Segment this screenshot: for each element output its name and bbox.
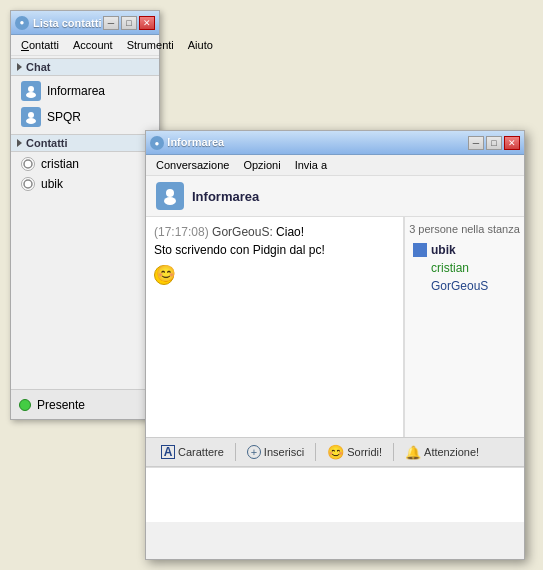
participant-ubik-name: ubik: [431, 243, 456, 257]
chat-toolbar: A Carattere + Inserisci 😊 Sorridi! 🔔 Att…: [146, 437, 524, 467]
titlebar-left: ● Lista contatti: [15, 16, 101, 30]
sorridi-icon: 😊: [327, 444, 344, 460]
message-1: (17:17:08) GorGeouS: Ciao!: [154, 225, 391, 239]
contact-menubar: Contatti Account Strumenti Aiuto: [11, 35, 159, 56]
status-label: Presente: [37, 398, 85, 412]
attenzione-icon: 🔔: [405, 445, 421, 460]
chat-contact-name: Informarea: [192, 189, 259, 204]
chat-window-title: Informarea: [167, 136, 224, 148]
close-button[interactable]: ✕: [139, 16, 155, 30]
inserisci-button[interactable]: + Inserisci: [240, 442, 311, 462]
contatti-list: cristian ubik: [11, 152, 159, 196]
msg-time-1: (17:17:08): [154, 225, 209, 239]
sorridi-label: Sorridi!: [347, 446, 382, 458]
svg-point-1: [26, 92, 36, 98]
inserisci-label: Inserisci: [264, 446, 304, 458]
attenzione-button[interactable]: 🔔 Attenzione!: [398, 442, 486, 463]
chat-contact-avatar: [156, 182, 184, 210]
informarea-avatar: [21, 81, 41, 101]
svg-point-4: [24, 160, 32, 168]
contact-list-window: ● Lista contatti ─ □ ✕ Contatti Account …: [10, 10, 160, 420]
menu-aiuto[interactable]: Aiuto: [182, 37, 219, 53]
svg-point-6: [166, 189, 174, 197]
room-info: 3 persone nella stanza: [409, 223, 520, 235]
svg-point-0: [28, 86, 34, 92]
svg-point-2: [28, 112, 34, 118]
chat-window-controls: ─ □ ✕: [468, 136, 520, 150]
participant-cristian[interactable]: cristian: [409, 259, 520, 277]
chat-item-spqr-label: SPQR: [47, 110, 81, 124]
menu-conversazione[interactable]: Conversazione: [150, 157, 235, 173]
chat-body: (17:17:08) GorGeouS: Ciao! Sto scrivendo…: [146, 217, 524, 437]
carattere-button[interactable]: A Carattere: [154, 442, 231, 462]
contact-titlebar: ● Lista contatti ─ □ ✕: [11, 11, 159, 35]
cristian-status: [21, 157, 35, 171]
cristian-label: cristian: [41, 157, 79, 171]
status-indicator: [19, 399, 31, 411]
ubik-participant-icon: [413, 243, 427, 257]
inserisci-icon: +: [247, 445, 261, 459]
contact-status-bar: Presente: [11, 389, 159, 419]
msg-text-2: Sto scrivendo con Pidgin dal pc!: [154, 243, 325, 257]
ubik-status: [21, 177, 35, 191]
chat-messages-scroll[interactable]: (17:17:08) GorGeouS: Ciao! Sto scrivendo…: [154, 225, 395, 429]
contact-window-title: Lista contatti: [33, 17, 101, 29]
chat-titlebar-left: ● Informarea: [150, 135, 224, 151]
participant-gorgeous[interactable]: GorGeouS: [409, 277, 520, 295]
chat-minimize-button[interactable]: ─: [468, 136, 484, 150]
maximize-button[interactable]: □: [121, 16, 137, 30]
emoji-smiley: [154, 265, 174, 285]
spqr-avatar: [21, 107, 41, 127]
sorridi-button[interactable]: 😊 Sorridi!: [320, 441, 389, 463]
contact-window-controls: ─ □ ✕: [103, 16, 155, 30]
ubik-label: ubik: [41, 177, 63, 191]
minimize-button[interactable]: ─: [103, 16, 119, 30]
carattere-label: Carattere: [178, 446, 224, 458]
section-triangle: [17, 63, 22, 71]
contatti-section-label: Contatti: [26, 137, 68, 149]
toolbar-sep-3: [393, 443, 394, 461]
chat-input[interactable]: [154, 472, 516, 512]
message-2: Sto scrivendo con Pidgin dal pc!: [154, 243, 391, 285]
chat-contact-header: Informarea: [146, 176, 524, 217]
carattere-icon: A: [161, 445, 175, 459]
app-icon: ●: [15, 16, 29, 30]
menu-invia-a[interactable]: Invia a: [289, 157, 333, 173]
chat-close-button[interactable]: ✕: [504, 136, 520, 150]
contatti-triangle: [17, 139, 22, 147]
msg-sender-1: GorGeouS:: [212, 225, 273, 239]
menu-contatti[interactable]: Contatti: [15, 37, 65, 53]
chat-section-label: Chat: [26, 61, 50, 73]
chat-maximize-button[interactable]: □: [486, 136, 502, 150]
toolbar-sep-2: [315, 443, 316, 461]
attenzione-label: Attenzione!: [424, 446, 479, 458]
chat-input-area: [146, 467, 524, 522]
msg-text-1: Ciao!: [276, 225, 304, 239]
contact-item-ubik[interactable]: ubik: [11, 174, 159, 194]
svg-point-3: [26, 118, 36, 124]
chat-messages-area: (17:17:08) GorGeouS: Ciao! Sto scrivendo…: [146, 217, 404, 437]
menu-opzioni[interactable]: Opzioni: [237, 157, 286, 173]
chat-app-icon: ●: [150, 136, 164, 150]
chat-section-header: Chat: [11, 58, 159, 76]
chat-list: Informarea SPQR: [11, 76, 159, 132]
participant-cristian-name: cristian: [413, 261, 469, 275]
menu-strumenti[interactable]: Strumenti: [121, 37, 180, 53]
chat-item-informarea[interactable]: Informarea: [11, 78, 159, 104]
contatti-section-header: Contatti: [11, 134, 159, 152]
participants-panel: 3 persone nella stanza ubik cristian Gor…: [404, 217, 524, 437]
svg-point-5: [24, 180, 32, 188]
menu-account[interactable]: Account: [67, 37, 119, 53]
participant-ubik[interactable]: ubik: [409, 241, 520, 259]
svg-point-7: [164, 197, 176, 205]
contact-item-cristian[interactable]: cristian: [11, 154, 159, 174]
chat-item-informarea-label: Informarea: [47, 84, 105, 98]
chat-menubar: Conversazione Opzioni Invia a: [146, 155, 524, 176]
emoji-container: [154, 261, 391, 285]
chat-titlebar: ● Informarea ─ □ ✕: [146, 131, 524, 155]
chat-window: ● Informarea ─ □ ✕ Conversazione Opzioni…: [145, 130, 525, 560]
toolbar-sep-1: [235, 443, 236, 461]
participant-gorgeous-name: GorGeouS: [413, 279, 488, 293]
chat-item-spqr[interactable]: SPQR: [11, 104, 159, 130]
